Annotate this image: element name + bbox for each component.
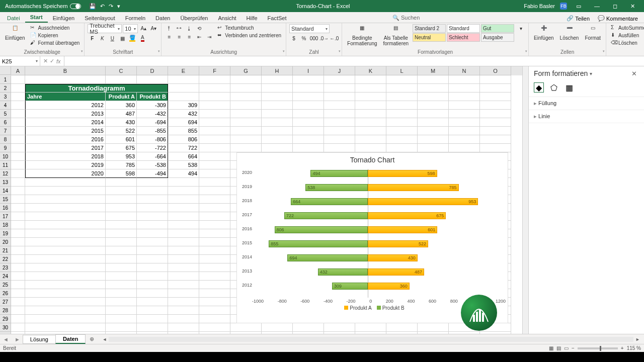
- merge-center-button[interactable]: ⬌Verbinden und zentrieren: [216, 32, 283, 39]
- col-header[interactable]: H: [262, 66, 293, 75]
- cell[interactable]: [11, 169, 25, 178]
- cell[interactable]: [293, 135, 324, 144]
- cell[interactable]: [168, 263, 199, 272]
- tab-layout[interactable]: Seitenlayout: [79, 14, 120, 23]
- cell[interactable]: [480, 110, 511, 118]
- col-header[interactable]: G: [230, 66, 262, 75]
- style-neutral[interactable]: Neutral: [413, 33, 446, 42]
- cell[interactable]: -538: [137, 161, 168, 169]
- cell[interactable]: [25, 212, 106, 221]
- cell[interactable]: [25, 187, 106, 195]
- cell[interactable]: [25, 178, 106, 187]
- chart-bar-pos[interactable]: 487: [368, 268, 424, 276]
- cell[interactable]: [168, 272, 199, 281]
- cell[interactable]: [262, 93, 293, 101]
- cell[interactable]: 538: [168, 161, 199, 169]
- comments-button[interactable]: 💬Kommentare: [595, 14, 641, 23]
- cell[interactable]: [355, 75, 386, 84]
- cell[interactable]: [386, 135, 418, 144]
- cell[interactable]: [262, 127, 293, 135]
- cell[interactable]: [137, 238, 168, 246]
- cell[interactable]: [230, 144, 262, 152]
- fx-icon[interactable]: fx: [56, 58, 61, 64]
- col-header[interactable]: L: [386, 66, 418, 75]
- cell[interactable]: [262, 84, 293, 93]
- cell[interactable]: [199, 306, 230, 315]
- cell[interactable]: 360: [106, 101, 137, 110]
- table-format-button[interactable]: ▤Als Tabelle formatieren: [381, 24, 411, 47]
- row-header[interactable]: 26: [0, 289, 11, 298]
- cell[interactable]: [355, 323, 386, 332]
- cell[interactable]: Tornadodiagramm: [25, 84, 168, 93]
- sheet-tab-daten[interactable]: Daten: [55, 334, 86, 344]
- formula-bar[interactable]: [64, 56, 644, 66]
- row-header[interactable]: 14: [0, 187, 11, 195]
- chart-bar-neg[interactable]: 432: [318, 268, 368, 276]
- cell[interactable]: 2019: [25, 161, 106, 169]
- cell[interactable]: [386, 75, 418, 84]
- number-format-combo[interactable]: Standard▾: [289, 24, 330, 33]
- cell[interactable]: [449, 127, 480, 135]
- cell[interactable]: [11, 161, 25, 169]
- cell[interactable]: 664: [168, 152, 199, 161]
- cell[interactable]: [168, 255, 199, 263]
- cell[interactable]: [355, 84, 386, 93]
- cell[interactable]: 601: [106, 135, 137, 144]
- sheet-nav-prev-icon[interactable]: ◄: [0, 336, 12, 342]
- redo-icon[interactable]: ↷: [109, 3, 113, 10]
- cell[interactable]: [137, 246, 168, 255]
- chart-bar-neg[interactable]: 494: [310, 170, 368, 177]
- col-header[interactable]: K: [355, 66, 386, 75]
- user-avatar-icon[interactable]: FB: [560, 3, 567, 10]
- cell[interactable]: [25, 229, 106, 238]
- chart-bar-pos[interactable]: 675: [368, 212, 446, 219]
- select-all-corner[interactable]: [0, 66, 11, 75]
- cell[interactable]: [199, 315, 230, 323]
- cell[interactable]: 722: [168, 144, 199, 152]
- cell[interactable]: [199, 195, 230, 204]
- chart-bar-pos[interactable]: 522: [368, 240, 428, 247]
- cell[interactable]: 2017: [25, 144, 106, 152]
- cell[interactable]: [11, 93, 25, 101]
- cell[interactable]: [449, 93, 480, 101]
- cell[interactable]: [106, 221, 137, 229]
- italic-button[interactable]: K: [98, 34, 107, 42]
- cell[interactable]: [293, 84, 324, 93]
- autosave-toggle[interactable]: Automatisches Speichern: [2, 3, 84, 9]
- align-top-icon[interactable]: ⭱: [165, 24, 174, 32]
- cell[interactable]: [418, 75, 449, 84]
- cell[interactable]: [418, 127, 449, 135]
- cell[interactable]: [106, 272, 137, 281]
- cell[interactable]: [199, 93, 230, 101]
- cell[interactable]: [480, 135, 511, 144]
- row-header[interactable]: 22: [0, 255, 11, 263]
- cond-format-button[interactable]: ▦Bedingte Formatierung: [345, 24, 379, 47]
- align-left-icon[interactable]: ≡: [165, 33, 174, 41]
- cell[interactable]: [25, 195, 106, 204]
- cell[interactable]: [168, 315, 199, 323]
- cell[interactable]: [106, 289, 137, 298]
- cell[interactable]: [418, 135, 449, 144]
- cell[interactable]: [418, 84, 449, 93]
- cell[interactable]: [25, 255, 106, 263]
- cell[interactable]: -664: [137, 152, 168, 161]
- cell[interactable]: [11, 187, 25, 195]
- vertical-scrollbar[interactable]: [522, 66, 528, 334]
- cell[interactable]: [25, 298, 106, 306]
- toggle-switch-icon[interactable]: [70, 4, 81, 9]
- cell[interactable]: [25, 315, 106, 323]
- cell[interactable]: [168, 246, 199, 255]
- cell[interactable]: [25, 306, 106, 315]
- cell[interactable]: [199, 298, 230, 306]
- cell[interactable]: [106, 229, 137, 238]
- cell[interactable]: [449, 118, 480, 127]
- insert-cells-button[interactable]: ➕Einfügen: [532, 24, 555, 42]
- sheet-nav-next-icon[interactable]: ►: [12, 336, 23, 342]
- cell[interactable]: [137, 289, 168, 298]
- cell[interactable]: [355, 101, 386, 110]
- indent-inc-icon[interactable]: ⇥: [205, 33, 214, 41]
- cell[interactable]: [480, 93, 511, 101]
- cell[interactable]: [230, 323, 262, 332]
- col-header[interactable]: B: [25, 66, 106, 75]
- cell[interactable]: [230, 332, 262, 334]
